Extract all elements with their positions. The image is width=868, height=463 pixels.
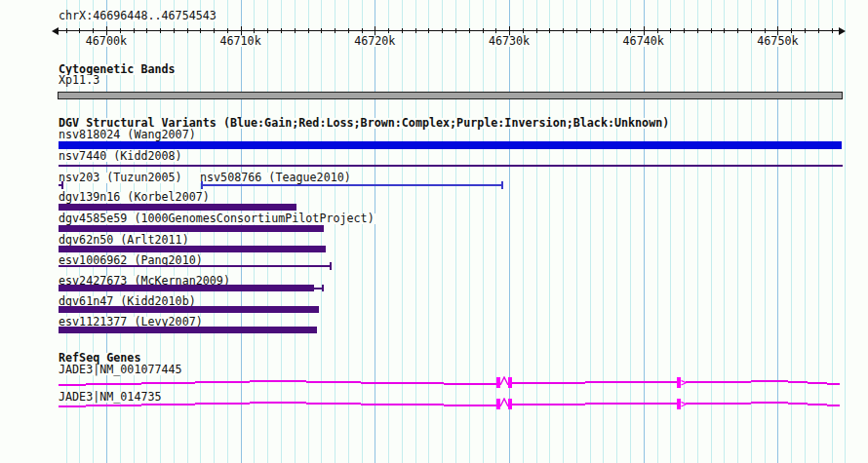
gene-exon-segment[interactable] [444, 405, 496, 406]
gene-exon-segment[interactable] [361, 382, 444, 384]
gene-exon-block[interactable] [508, 399, 512, 409]
grid-line-minor [711, 0, 712, 463]
grid-line-minor [455, 0, 456, 463]
ruler-tick-label: 46720k [353, 36, 396, 47]
gene-exon-segment[interactable] [195, 403, 250, 405]
ruler-tick-minor [402, 28, 403, 33]
gene-exon-segment[interactable] [361, 404, 444, 405]
variant-label[interactable]: nsv203 (Tuzun2005) [58, 173, 183, 183]
ruler-tick-minor [267, 28, 268, 33]
variant-bar[interactable] [59, 285, 314, 291]
region-title: chrX:46696448..46754543 [58, 11, 217, 21]
grid-line-minor [576, 0, 577, 463]
variant-label[interactable]: nsv7440 (Kidd2008) [58, 151, 183, 162]
gene-exon-segment[interactable] [86, 405, 141, 406]
variant-bar[interactable] [59, 327, 317, 333]
ruler-tick-minor [93, 28, 94, 33]
ruler-tick-minor [120, 28, 121, 33]
ruler-tick-minor [415, 28, 416, 33]
gene-exon-segment[interactable] [585, 403, 677, 405]
ruler-tick-minor [66, 28, 67, 33]
grid-line-minor [402, 0, 403, 463]
gene-exon-segment[interactable] [827, 405, 840, 406]
grid-line-minor [495, 0, 496, 463]
ruler-tick-minor [79, 28, 80, 33]
variant-line[interactable] [201, 184, 502, 186]
ruler-tick-minor [254, 28, 255, 33]
gene-exon-segment[interactable] [788, 381, 808, 383]
gene-exon-segment[interactable] [141, 404, 195, 405]
ruler-tick-minor [563, 28, 564, 33]
ruler-tick-minor [805, 28, 806, 33]
ruler-tick-minor [630, 28, 631, 33]
variant-label[interactable]: nsv508766 (Teague2010) [199, 173, 352, 183]
variant-line[interactable] [59, 165, 843, 167]
grid-line-minor [442, 0, 443, 463]
grid-line-minor [362, 0, 363, 463]
gene-label[interactable]: JADE3|NM_014735 [58, 392, 163, 403]
variant-end-cap [322, 285, 324, 291]
gene-exon-segment[interactable] [808, 404, 827, 405]
gene-exon-segment[interactable] [585, 381, 677, 383]
variant-bar[interactable] [59, 246, 326, 252]
ruler-tick-minor [295, 28, 296, 33]
variant-start-cap [201, 181, 203, 189]
grid-line-minor [335, 0, 335, 463]
gene-exon-segment[interactable] [512, 404, 585, 405]
grid-line-minor [697, 0, 698, 463]
gene-exon-segment[interactable] [808, 382, 827, 384]
variant-bar[interactable] [59, 225, 324, 232]
gene-strand-arrow-icon: > [681, 400, 687, 408]
gene-strand-arrow-icon: > [681, 378, 687, 387]
variant-end-cap [501, 181, 503, 189]
ruler-tick-minor [160, 28, 161, 33]
variant-bar[interactable] [59, 204, 296, 211]
grid-line-minor [616, 0, 617, 463]
ruler-axis-line [59, 30, 839, 31]
gene-exon-segment[interactable] [306, 403, 361, 405]
ruler-tick-minor [442, 28, 443, 33]
gene-exon-segment[interactable] [444, 383, 496, 385]
gene-exon-segment[interactable] [59, 405, 86, 407]
variant-end-cap [330, 262, 332, 270]
variant-bar[interactable] [59, 141, 842, 149]
gene-exon-segment[interactable] [686, 403, 751, 405]
grid-line-minor [832, 0, 833, 463]
gene-exon-segment[interactable] [59, 384, 86, 386]
variant-line[interactable] [59, 265, 331, 267]
gene-exon-segment[interactable] [86, 383, 141, 385]
gene-exon-block[interactable] [508, 377, 512, 388]
ruler-tick-minor [576, 28, 577, 33]
ruler-tick-minor [657, 28, 658, 33]
gene-exon-segment[interactable] [250, 402, 306, 404]
grid-line-major [644, 0, 645, 463]
gene-exon-segment[interactable] [751, 380, 788, 382]
gene-exon-segment[interactable] [512, 382, 585, 384]
ruler-tick-minor [711, 28, 712, 33]
cytoband-bar[interactable] [58, 92, 843, 99]
gene-exon-segment[interactable] [195, 381, 250, 383]
ruler-tick-minor [697, 28, 698, 33]
grid-line-minor [818, 0, 819, 463]
variant-label[interactable]: nsv818024 (Wang2007) [58, 130, 197, 140]
gene-exon-segment[interactable] [141, 382, 195, 384]
gene-exon-segment[interactable] [788, 403, 808, 405]
ruler-arrow-left-icon [52, 27, 59, 35]
gene-exon-segment[interactable] [306, 381, 361, 383]
grid-line-minor [791, 0, 792, 463]
gene-exon-segment[interactable] [827, 383, 840, 385]
ruler-tick-minor [227, 28, 228, 33]
gene-exon-segment[interactable] [751, 402, 788, 404]
gene-exon-segment[interactable] [250, 380, 306, 382]
ruler-tick-minor [146, 28, 147, 33]
variant-label[interactable]: dgv62n50 (Arlt2011) [58, 235, 190, 246]
grid-line-minor [536, 0, 537, 463]
variant-label[interactable]: dgv139n16 (Korbel2007) [58, 192, 211, 203]
ruler-tick-label: 46700k [85, 36, 128, 47]
gene-label[interactable]: JADE3|NM_001077445 [58, 365, 183, 375]
ruler-tick-minor [616, 28, 617, 33]
cytoband-label[interactable]: Xp11.3 [58, 75, 100, 86]
gene-exon-segment[interactable] [686, 381, 751, 383]
variant-bar[interactable] [59, 306, 319, 313]
variant-label[interactable]: dgv4585e59 (1000GenomesConsortiumPilotPr… [58, 213, 375, 224]
